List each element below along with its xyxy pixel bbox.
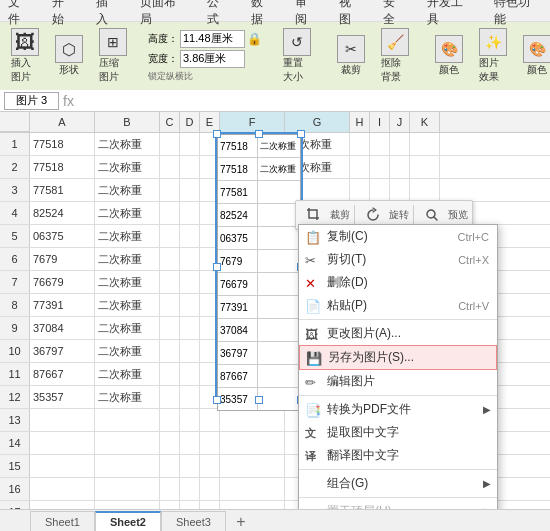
cell-a17[interactable] xyxy=(30,501,95,509)
col-header-f[interactable]: F xyxy=(220,112,285,132)
cell-e15[interactable] xyxy=(200,455,220,477)
col-header-c[interactable]: C xyxy=(160,112,180,132)
cell-c13[interactable] xyxy=(160,409,180,431)
cell-a4[interactable]: 82524 xyxy=(30,202,95,224)
cell-d11[interactable] xyxy=(180,363,200,385)
cell-f13[interactable] xyxy=(220,409,285,431)
cell-f14[interactable] xyxy=(220,432,285,454)
cell-i1[interactable] xyxy=(370,133,390,155)
menu-data[interactable]: 数据 xyxy=(247,0,279,30)
cell-a1[interactable]: 77518 xyxy=(30,133,95,155)
cell-a13[interactable] xyxy=(30,409,95,431)
cell-f16[interactable] xyxy=(220,478,285,500)
ctx-translate-cn[interactable]: 译 翻译图中文字 xyxy=(299,444,497,467)
col-header-e[interactable]: E xyxy=(200,112,220,132)
cell-e17[interactable] xyxy=(200,501,220,509)
col-header-k[interactable]: K xyxy=(410,112,440,132)
ctx-paste[interactable]: 📄 粘贴(P) Ctrl+V xyxy=(299,294,497,317)
cell-k1[interactable] xyxy=(410,133,440,155)
cell-d13[interactable] xyxy=(180,409,200,431)
cell-e16[interactable] xyxy=(200,478,220,500)
resize-handle-ml[interactable] xyxy=(213,263,221,271)
cell-h1[interactable] xyxy=(350,133,370,155)
cell-b1[interactable]: 二次称重 xyxy=(95,133,160,155)
height-input[interactable] xyxy=(180,30,245,48)
cell-f15[interactable] xyxy=(220,455,285,477)
cell-c14[interactable] xyxy=(160,432,180,454)
cell-a6[interactable]: 7679 xyxy=(30,248,95,270)
cell-d6[interactable] xyxy=(180,248,200,270)
crop-button[interactable]: ✂ 裁剪 xyxy=(332,32,370,80)
cell-c17[interactable] xyxy=(160,501,180,509)
cell-b6[interactable]: 二次称重 xyxy=(95,248,160,270)
menu-page-layout[interactable]: 页面布局 xyxy=(136,0,192,30)
cell-b8[interactable]: 二次称重 xyxy=(95,294,160,316)
cell-b4[interactable]: 二次称重 xyxy=(95,202,160,224)
tab-sheet3[interactable]: Sheet3 xyxy=(161,511,226,531)
ctx-group[interactable]: 组合(G) xyxy=(299,472,497,495)
ctx-extract-cn[interactable]: 文 提取图中文字 xyxy=(299,421,497,444)
width-input[interactable] xyxy=(180,50,245,68)
remove-bg-button[interactable]: 🧹 抠除背景 xyxy=(376,25,414,87)
cell-c16[interactable] xyxy=(160,478,180,500)
col-header-d[interactable]: D xyxy=(180,112,200,132)
formula-input[interactable] xyxy=(78,92,546,110)
cell-h2[interactable] xyxy=(350,156,370,178)
col-header-i[interactable]: I xyxy=(370,112,390,132)
resize-handle-tm[interactable] xyxy=(255,130,263,138)
cell-d5[interactable] xyxy=(180,225,200,247)
cell-c3[interactable] xyxy=(160,179,180,201)
cell-b17[interactable] xyxy=(95,501,160,509)
cell-c12[interactable] xyxy=(160,386,180,408)
cell-d7[interactable] xyxy=(180,271,200,293)
resize-handle-bm[interactable] xyxy=(255,396,263,404)
ctx-cut[interactable]: ✂ 剪切(T) Ctrl+X xyxy=(299,248,497,271)
cell-a2[interactable]: 77518 xyxy=(30,156,95,178)
cell-k2[interactable] xyxy=(410,156,440,178)
cell-e13[interactable] xyxy=(200,409,220,431)
cell-e14[interactable] xyxy=(200,432,220,454)
cell-b16[interactable] xyxy=(95,478,160,500)
cell-b5[interactable]: 二次称重 xyxy=(95,225,160,247)
cell-d14[interactable] xyxy=(180,432,200,454)
cell-c9[interactable] xyxy=(160,317,180,339)
cell-c11[interactable] xyxy=(160,363,180,385)
cell-c6[interactable] xyxy=(160,248,180,270)
cell-d2[interactable] xyxy=(180,156,200,178)
cell-a9[interactable]: 37084 xyxy=(30,317,95,339)
cell-b3[interactable]: 二次称重 xyxy=(95,179,160,201)
cell-f17[interactable] xyxy=(220,501,285,509)
insert-pic-button[interactable]: 🖼 插入图片 xyxy=(6,25,44,87)
cell-a12[interactable]: 35357 xyxy=(30,386,95,408)
cell-b14[interactable] xyxy=(95,432,160,454)
ctx-save-as-pic[interactable]: 💾 另存为图片(S)... xyxy=(299,345,497,370)
cell-d4[interactable] xyxy=(180,202,200,224)
cell-c2[interactable] xyxy=(160,156,180,178)
reset-size-button[interactable]: ↺ 重置大小 xyxy=(278,25,316,87)
resize-handle-tr[interactable] xyxy=(297,130,305,138)
cell-b12[interactable]: 二次称重 xyxy=(95,386,160,408)
cell-d10[interactable] xyxy=(180,340,200,362)
cell-c4[interactable] xyxy=(160,202,180,224)
cell-b2[interactable]: 二次称重 xyxy=(95,156,160,178)
compress-button[interactable]: ⊞ 压缩图片 xyxy=(94,25,132,87)
cell-c10[interactable] xyxy=(160,340,180,362)
name-box[interactable] xyxy=(4,92,59,110)
cell-c7[interactable] xyxy=(160,271,180,293)
tab-sheet2[interactable]: Sheet2 xyxy=(95,511,161,531)
cell-d16[interactable] xyxy=(180,478,200,500)
cell-a5[interactable]: 06375 xyxy=(30,225,95,247)
cell-k3[interactable] xyxy=(410,179,440,201)
menu-view[interactable]: 视图 xyxy=(335,0,367,30)
cell-j1[interactable] xyxy=(390,133,410,155)
color2-button[interactable]: 🎨 颜色 xyxy=(518,32,550,80)
cell-j3[interactable] xyxy=(390,179,410,201)
cell-c5[interactable] xyxy=(160,225,180,247)
effects-button[interactable]: ✨ 图片效果 xyxy=(474,25,512,87)
cell-b7[interactable]: 二次称重 xyxy=(95,271,160,293)
ctx-delete[interactable]: ✕ 删除(D) xyxy=(299,271,497,294)
col-header-b[interactable]: B xyxy=(95,112,160,132)
col-header-h[interactable]: H xyxy=(350,112,370,132)
ctx-edit-pic[interactable]: ✏ 编辑图片 xyxy=(299,370,497,393)
cell-c8[interactable] xyxy=(160,294,180,316)
